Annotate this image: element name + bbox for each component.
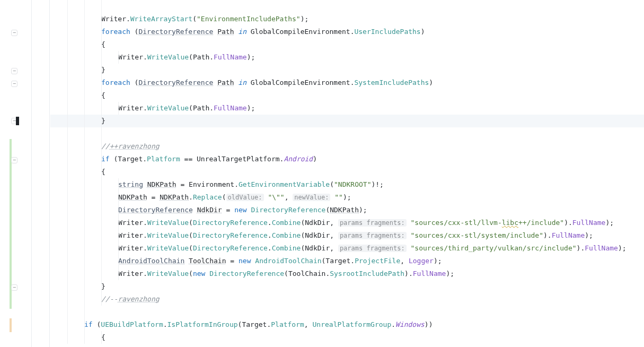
token-method: AndroidToolChain	[255, 257, 321, 265]
token-method: DirectoryReference	[193, 231, 268, 239]
code-editor[interactable]: Writer.WriteArrayStart("EnvironmentInclu…	[32, 0, 644, 347]
token-punc: {	[101, 91, 105, 99]
token-punc: );	[585, 231, 593, 239]
code-line[interactable]: //++ravenzhong	[50, 140, 644, 153]
code-line[interactable]: }	[50, 280, 644, 293]
token-method: Platform	[147, 155, 180, 163]
token-punc: (Target.	[238, 320, 271, 328]
token-method: WriteValue	[147, 270, 189, 277]
code-line[interactable]	[50, 127, 644, 140]
code-line[interactable]: string NDKPath = Environment.GetEnvironm…	[50, 178, 644, 191]
token-keyword: if	[84, 320, 93, 328]
code-line[interactable]: //--ravenzhong	[50, 293, 644, 306]
code-line[interactable]: Writer.WriteValue(Path.FullName);	[50, 51, 644, 64]
token-method: UnrealPlatformGroup	[313, 320, 392, 328]
token-hint: oldValue:	[226, 194, 264, 201]
token-prop: FullName	[572, 219, 606, 227]
token-punc: (	[189, 219, 193, 227]
token-default: Writer.	[101, 15, 130, 23]
token-punc: (	[189, 231, 193, 239]
code-line[interactable]: }	[50, 64, 644, 76]
code-line[interactable]: Writer.WriteValue(Path.FullName);	[50, 102, 644, 115]
code-line[interactable]: if (UEBuildPlatform.IsPlatformInGroup(Ta…	[50, 318, 644, 331]
fold-icon[interactable]: −	[11, 157, 17, 163]
token-punc: ))	[425, 320, 433, 328]
code-line[interactable]: {	[50, 89, 644, 102]
token-punc: =	[222, 206, 234, 214]
token-method: GetEnvironmentVariable	[239, 180, 330, 188]
token-method: Combine	[272, 244, 301, 252]
token-comment: //	[101, 142, 110, 150]
token-hint: newValue:	[293, 194, 330, 201]
token-punc: (	[189, 270, 193, 277]
token-string: "sources/cxx-stl/system/include"	[411, 231, 543, 239]
token-default: GlobalCompileEnvironment.	[246, 79, 355, 86]
token-method: Combine	[272, 231, 301, 239]
token-punc: ).	[543, 231, 552, 239]
code-line[interactable]: {	[50, 331, 644, 344]
code-line[interactable]: }	[50, 115, 644, 127]
token-punc: );	[247, 53, 255, 61]
token-keyword-it: in	[238, 79, 246, 86]
code-line[interactable]: foreach (DirectoryReference Path in Glob…	[50, 25, 644, 38]
token-punc: (	[130, 79, 139, 86]
token-hint: params fragments:	[338, 219, 407, 227]
code-line[interactable]: DirectoryReference NdkDir = new Director…	[50, 204, 644, 216]
code-line[interactable]: {	[50, 38, 644, 51]
token-method: SysrootIncludePath	[330, 270, 404, 277]
token-string: "NDKROOT"	[334, 180, 371, 188]
token-punc: =	[177, 180, 189, 188]
fold-icon[interactable]: −	[11, 284, 17, 291]
token-keyword: new	[193, 270, 205, 277]
code-line[interactable]: Writer.WriteValue(new DirectoryReference…	[50, 267, 644, 280]
token-prop: Logger	[409, 257, 434, 265]
fold-icon[interactable]: −	[11, 30, 17, 36]
token-punc: );	[247, 104, 255, 112]
token-method: Platform	[271, 320, 304, 328]
token-punc: )	[421, 28, 425, 36]
token-punc: {	[101, 40, 105, 48]
token-method: DirectoryReference	[209, 270, 284, 277]
token-punc: ,	[400, 257, 409, 265]
token-prop: FullName	[214, 53, 247, 61]
code-line[interactable]: foreach (DirectoryReference Path in Glob…	[50, 76, 644, 89]
token-default: Writer.	[118, 270, 147, 277]
code-line[interactable]: {	[50, 166, 644, 178]
code-line[interactable]: NDKPath = NDKPath.Replace(oldValue: "\""…	[50, 191, 644, 204]
change-marker	[10, 318, 12, 332]
token-punc: );	[301, 15, 309, 23]
token-method: WriteValue	[147, 104, 189, 112]
token-type: DirectoryReference	[138, 28, 213, 36]
token-method: SystemIncludePaths	[354, 79, 429, 86]
token-punc: {	[101, 333, 105, 341]
fold-icon[interactable]: −	[11, 68, 17, 74]
code-line[interactable]	[50, 0, 644, 13]
token-default: Writer.	[118, 231, 147, 239]
token-type-plain: Environment	[189, 180, 234, 188]
token-var: NDKPath	[160, 193, 189, 201]
token-var: NdkDir	[197, 206, 222, 214]
code-line[interactable]	[50, 306, 644, 318]
token-keyword: foreach	[101, 28, 130, 36]
token-punc: (	[189, 244, 193, 252]
token-punc: ).	[404, 270, 413, 277]
token-punc: );	[618, 244, 627, 252]
caret-position-marker	[16, 117, 19, 125]
code-line[interactable]: Writer.WriteValue(DirectoryReference.Com…	[50, 229, 644, 242]
fold-icon[interactable]: −	[11, 81, 17, 87]
code-lines-container: Writer.WriteArrayStart("EnvironmentInclu…	[50, 0, 644, 344]
token-punc: == UnrealTargetPlatform.	[180, 155, 284, 163]
token-punc: (	[222, 193, 226, 201]
token-punc: ,	[285, 193, 293, 201]
token-string: "\""	[268, 193, 284, 201]
code-line[interactable]: AndroidToolChain ToolChain = new Android…	[50, 255, 644, 267]
token-punc: )	[313, 155, 317, 163]
code-line[interactable]: if (Target.Platform == UnrealTargetPlatf…	[50, 153, 644, 166]
code-line[interactable]: Writer.WriteValue(DirectoryReference.Com…	[50, 242, 644, 255]
change-marker	[10, 139, 12, 309]
token-type: DirectoryReference	[138, 79, 213, 86]
code-line[interactable]: Writer.WriteArrayStart("EnvironmentInclu…	[50, 13, 644, 25]
code-line[interactable]: Writer.WriteValue(DirectoryReference.Com…	[50, 216, 644, 229]
token-hint: params fragments:	[338, 245, 407, 252]
token-keyword: foreach	[101, 79, 130, 86]
